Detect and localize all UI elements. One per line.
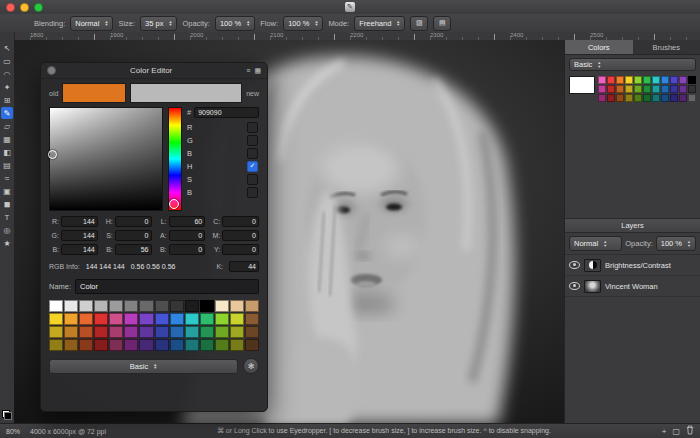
tab-colors[interactable]: Colors: [565, 40, 633, 54]
color-swatch[interactable]: [124, 326, 138, 338]
color-wells[interactable]: [2, 410, 12, 420]
flow-dropdown[interactable]: 100 %: [283, 16, 323, 31]
color-swatch[interactable]: [245, 300, 259, 312]
hue-marker[interactable]: [169, 199, 179, 209]
background-color-well[interactable]: [4, 412, 12, 420]
zoom-level[interactable]: 80%: [6, 428, 20, 435]
color-swatch[interactable]: [230, 339, 244, 351]
visibility-eye-icon[interactable]: [569, 261, 580, 269]
color-swatch[interactable]: [688, 94, 696, 102]
field-value[interactable]: 0: [222, 216, 259, 227]
layer-row[interactable]: Vincent Woman: [565, 276, 700, 297]
color-swatch[interactable]: [215, 313, 229, 325]
color-swatch[interactable]: [634, 85, 642, 93]
color-swatch[interactable]: [652, 85, 660, 93]
field-value[interactable]: 144: [61, 216, 98, 227]
field-value[interactable]: 0: [169, 230, 206, 241]
channel-checkbox[interactable]: ✓: [247, 161, 258, 172]
color-swatch[interactable]: [200, 326, 214, 338]
field-value[interactable]: 144: [61, 244, 98, 255]
color-swatch[interactable]: [185, 300, 199, 312]
color-swatch[interactable]: [661, 76, 669, 84]
color-swatch[interactable]: [185, 326, 199, 338]
field-value[interactable]: 144: [61, 230, 98, 241]
color-swatch[interactable]: [661, 85, 669, 93]
zoom-tool[interactable]: ◎: [1, 224, 13, 236]
palette-preset-dropdown[interactable]: Basic: [49, 359, 238, 374]
color-swatch[interactable]: [79, 339, 93, 351]
field-value[interactable]: 60: [169, 216, 206, 227]
brush-options-icon[interactable]: ▨: [410, 16, 428, 31]
color-swatch[interactable]: [245, 326, 259, 338]
color-swatch[interactable]: [79, 326, 93, 338]
color-swatch[interactable]: [64, 326, 78, 338]
color-swatch[interactable]: [185, 339, 199, 351]
opacity-dropdown[interactable]: 100 %: [215, 16, 255, 31]
color-swatch[interactable]: [643, 85, 651, 93]
color-swatch[interactable]: [598, 94, 606, 102]
channel-checkbox[interactable]: [247, 148, 258, 159]
color-swatch[interactable]: [124, 313, 138, 325]
clone-tool[interactable]: ▣: [1, 185, 13, 197]
color-swatch[interactable]: [598, 76, 606, 84]
color-swatch[interactable]: [688, 76, 696, 84]
color-swatch[interactable]: [625, 85, 633, 93]
color-swatch[interactable]: [679, 94, 687, 102]
color-swatch[interactable]: [670, 94, 678, 102]
color-swatch[interactable]: [200, 313, 214, 325]
field-value[interactable]: 0: [222, 244, 259, 255]
tab-brushes[interactable]: Brushes: [633, 40, 700, 54]
color-swatch[interactable]: [170, 313, 184, 325]
blending-dropdown[interactable]: Normal: [70, 16, 113, 31]
color-swatch[interactable]: [200, 300, 214, 312]
color-swatch[interactable]: [155, 326, 169, 338]
color-editor-header[interactable]: Color Editor ≡ ▦: [41, 63, 267, 79]
size-dropdown[interactable]: 35 px: [140, 16, 177, 31]
star-tool[interactable]: ★: [1, 237, 13, 249]
magic-wand-tool[interactable]: ✦: [1, 81, 13, 93]
gear-icon[interactable]: [243, 358, 259, 374]
color-swatch[interactable]: [139, 300, 153, 312]
type-tool[interactable]: T: [1, 211, 13, 223]
color-swatch[interactable]: [49, 326, 63, 338]
shape-tool[interactable]: ◼: [1, 198, 13, 210]
color-swatch[interactable]: [215, 339, 229, 351]
color-swatch[interactable]: [79, 300, 93, 312]
field-value[interactable]: 0: [115, 216, 152, 227]
color-swatch[interactable]: [634, 76, 642, 84]
color-swatch[interactable]: [643, 76, 651, 84]
channel-checkbox[interactable]: [247, 174, 258, 185]
color-marker[interactable]: [48, 150, 57, 159]
move-tool[interactable]: ↖: [1, 42, 13, 54]
color-swatch[interactable]: [245, 339, 259, 351]
color-swatch[interactable]: [170, 326, 184, 338]
color-swatch[interactable]: [170, 300, 184, 312]
color-swatch[interactable]: [679, 85, 687, 93]
smudge-tool[interactable]: ≈: [1, 172, 13, 184]
color-swatch[interactable]: [643, 94, 651, 102]
k-value-field[interactable]: 44: [229, 261, 259, 272]
blend-mode-dropdown[interactable]: Normal: [569, 236, 622, 251]
field-value[interactable]: 0: [169, 244, 206, 255]
channel-checkbox[interactable]: [247, 187, 258, 198]
color-swatch[interactable]: [616, 94, 624, 102]
color-swatch[interactable]: [64, 300, 78, 312]
color-swatch[interactable]: [215, 300, 229, 312]
pixel-tool[interactable]: ▦: [1, 133, 13, 145]
color-swatch[interactable]: [64, 339, 78, 351]
color-swatch[interactable]: [155, 313, 169, 325]
color-swatch[interactable]: [139, 313, 153, 325]
field-value[interactable]: 0: [222, 230, 259, 241]
colors-preset-dropdown[interactable]: Basic: [569, 58, 696, 71]
hue-slider[interactable]: [168, 107, 182, 211]
channel-checkbox[interactable]: [247, 122, 258, 133]
hex-input[interactable]: 909090: [194, 107, 259, 118]
fill-tool[interactable]: ◧: [1, 146, 13, 158]
color-swatch[interactable]: [230, 313, 244, 325]
plus-icon[interactable]: +: [662, 427, 667, 436]
color-swatch[interactable]: [625, 76, 633, 84]
color-swatch[interactable]: [245, 313, 259, 325]
color-swatch[interactable]: [652, 94, 660, 102]
color-swatch[interactable]: [94, 326, 108, 338]
color-swatch[interactable]: [64, 313, 78, 325]
